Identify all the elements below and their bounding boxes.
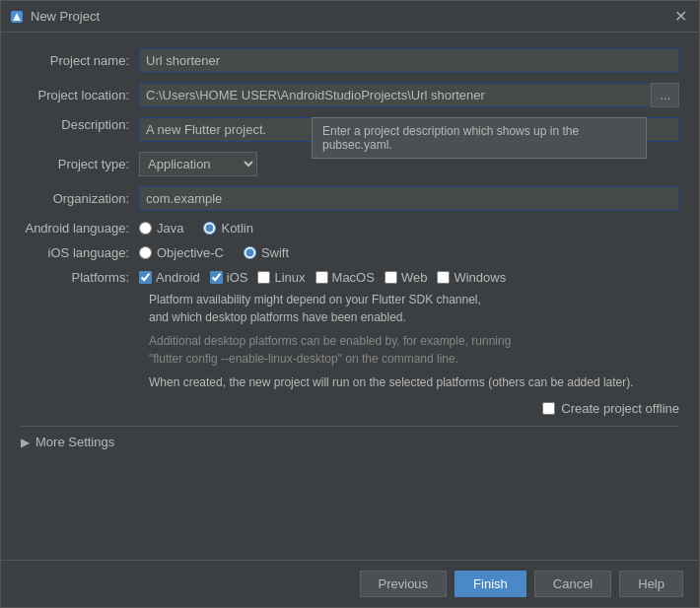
objectivec-label: Objective-C (157, 245, 224, 260)
project-location-label: Project location: (21, 88, 139, 102)
windows-checkbox-item[interactable]: Windows (437, 270, 506, 285)
web-checkbox-item[interactable]: Web (385, 270, 428, 285)
android-checkbox-item[interactable]: Android (139, 270, 200, 285)
swift-label: Swift (261, 245, 289, 260)
description-tooltip: Enter a project description which shows … (312, 117, 647, 159)
android-checkbox[interactable] (139, 271, 152, 284)
web-checkbox[interactable] (385, 271, 397, 284)
ios-language-group: Objective-C Swift (139, 245, 679, 260)
android-language-label: Android language: (21, 221, 139, 236)
help-button[interactable]: Help (619, 571, 683, 597)
offline-checkbox[interactable] (542, 402, 555, 415)
linux-label: Linux (274, 270, 305, 285)
platform-info-dim: Additional desktop platforms can be enab… (149, 332, 679, 368)
platforms-label: Platforms: (21, 270, 139, 285)
java-radio[interactable] (139, 222, 152, 235)
swift-radio-item[interactable]: Swift (244, 245, 289, 260)
app-icon (9, 9, 25, 25)
ios-checkbox-item[interactable]: iOS (210, 270, 248, 285)
android-language-group: Java Kotlin (139, 221, 679, 236)
cancel-button[interactable]: Cancel (534, 571, 611, 597)
macos-label: MacOS (332, 270, 375, 285)
project-name-field (139, 48, 679, 73)
android-language-row: Android language: Java Kotlin (21, 221, 679, 236)
objectivec-radio[interactable] (139, 246, 152, 259)
ios-label: iOS (227, 270, 248, 285)
browse-button[interactable]: ... (651, 83, 679, 107)
ios-language-label: iOS language: (21, 245, 139, 260)
organization-field (139, 186, 679, 211)
organization-input[interactable] (139, 186, 679, 211)
android-label: Android (156, 270, 200, 285)
project-name-input[interactable] (139, 48, 679, 73)
macos-checkbox-item[interactable]: MacOS (315, 270, 375, 285)
project-location-input[interactable] (139, 83, 651, 107)
objectivec-radio-item[interactable]: Objective-C (139, 245, 224, 260)
organization-row: Organization: (21, 186, 679, 211)
web-label: Web (401, 270, 428, 285)
project-location-field: ... (139, 83, 679, 107)
ios-language-row: iOS language: Objective-C Swift (21, 245, 679, 260)
platform-info-final: When created, the new project will run o… (149, 373, 679, 391)
kotlin-radio[interactable] (203, 222, 216, 235)
windows-checkbox[interactable] (437, 271, 450, 284)
title-bar: New Project ✕ (1, 1, 699, 33)
dialog-title: New Project (31, 9, 670, 24)
description-row: Description: Enter a project description… (21, 117, 679, 142)
close-button[interactable]: ✕ (670, 7, 691, 27)
kotlin-radio-item[interactable]: Kotlin (203, 221, 253, 236)
more-settings-row[interactable]: ▶ More Settings (21, 426, 679, 457)
linux-checkbox-item[interactable]: Linux (257, 270, 305, 285)
more-settings-label: More Settings (35, 435, 114, 449)
swift-radio[interactable] (244, 246, 256, 259)
project-name-label: Project name: (21, 53, 139, 68)
dialog-content: Project name: Project location: ... Desc… (1, 33, 699, 560)
project-type-select[interactable]: Application Plugin Package Module (139, 152, 257, 176)
platforms-row: Platforms: Android iOS Linux MacOS (21, 270, 679, 285)
project-type-label: Project type: (21, 157, 139, 171)
offline-label: Create project offline (561, 401, 679, 416)
chevron-right-icon: ▶ (21, 436, 30, 449)
project-name-row: Project name: (21, 48, 679, 73)
platforms-group: Android iOS Linux MacOS Web (139, 270, 506, 285)
java-label: Java (157, 221, 183, 236)
description-label: Description: (21, 117, 139, 132)
linux-checkbox[interactable] (257, 271, 270, 284)
project-location-row: Project location: ... (21, 83, 679, 107)
offline-row: Create project offline (21, 401, 679, 416)
previous-button[interactable]: Previous (360, 571, 448, 597)
dialog-footer: Previous Finish Cancel Help (1, 560, 699, 607)
finish-button[interactable]: Finish (455, 571, 526, 597)
windows-label: Windows (454, 270, 506, 285)
java-radio-item[interactable]: Java (139, 221, 183, 236)
ios-checkbox[interactable] (210, 271, 223, 284)
kotlin-label: Kotlin (221, 221, 253, 236)
organization-label: Organization: (21, 191, 139, 206)
macos-checkbox[interactable] (315, 271, 328, 284)
platform-info-1: Platform availability might depend on yo… (149, 291, 679, 326)
new-project-dialog: New Project ✕ Project name: Project loca… (0, 0, 700, 608)
